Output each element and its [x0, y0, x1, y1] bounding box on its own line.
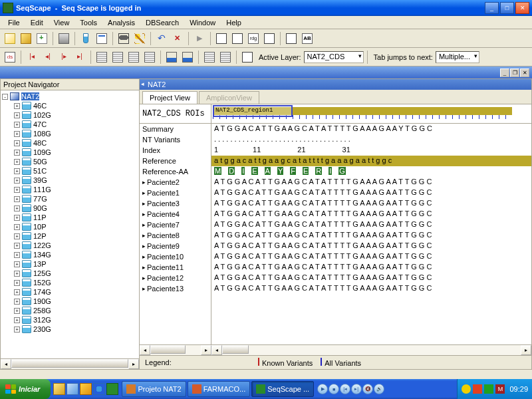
seq-h-scrollbar[interactable]: ◂ ▸ [211, 344, 531, 355]
new-button[interactable] [3, 31, 17, 46]
media-prev-button[interactable]: |◂ [340, 384, 350, 394]
rois-area[interactable]: NAT2_CDS_region1 [211, 104, 531, 123]
expand-icon[interactable]: + [14, 168, 20, 174]
media-play-button[interactable]: ▶ [317, 384, 328, 394]
scroll-left-button[interactable]: ◂ [211, 345, 222, 355]
view2-button[interactable] [230, 31, 245, 46]
ds-button[interactable]: ds [3, 50, 17, 65]
seq-row-content[interactable]: 1 11 21 31 [211, 145, 531, 156]
tray-icon[interactable] [484, 384, 493, 394]
tree-sample[interactable]: +111G [14, 185, 138, 194]
add-button[interactable] [35, 31, 49, 46]
print-button[interactable] [57, 31, 71, 46]
tree-sample[interactable]: +230G [14, 325, 138, 334]
tree-sample[interactable]: +90G [14, 203, 138, 213]
view4-button[interactable] [284, 31, 299, 46]
grid2-button[interactable] [218, 50, 233, 65]
labels-h-scrollbar[interactable]: ◂ ▸ [140, 344, 211, 355]
view3-button[interactable] [262, 31, 277, 46]
tab-ampliconview[interactable]: AmpliconView [199, 91, 259, 104]
seq-row-content-patient[interactable]: A T G G A C A T T G A A G C A T A T T T … [211, 219, 531, 230]
tree-sample[interactable]: +109G [14, 148, 138, 157]
seq-row-label-patient[interactable]: Paciente13 [140, 283, 211, 294]
expand-icon[interactable]: + [14, 243, 20, 249]
nav-next-button[interactable]: |▸ [57, 50, 71, 65]
seq-row-content-patient[interactable]: A T G G A C A T T G A A G C A T A T T T … [211, 262, 531, 273]
grid1-button[interactable] [202, 50, 217, 65]
seq-row-content[interactable]: MDIEAYFERIG [211, 166, 531, 177]
seq-row-content-patient[interactable]: A T G G A C A T T G A A G C A T A T T T … [211, 273, 531, 283]
ql-outlook-icon[interactable] [80, 383, 92, 395]
expand-icon[interactable]: + [14, 103, 20, 109]
tree-sample[interactable]: +125G [14, 269, 138, 278]
menuitem-help[interactable]: Help [221, 17, 247, 28]
tab-jumps-combo[interactable]: Multiple... [436, 51, 479, 63]
expand-icon[interactable]: + [14, 178, 20, 184]
expand-icon[interactable]: + [14, 205, 20, 211]
expand-icon[interactable]: + [14, 299, 20, 305]
menuitem-dbsearch[interactable]: DBSearch [140, 17, 184, 28]
seq-row-content[interactable]: a t g g a c a t t g a a g c a t a t t t … [211, 156, 531, 166]
seq-row-label-patient[interactable]: Paciente3 [140, 198, 211, 209]
tree-sample[interactable]: +11P [14, 213, 138, 222]
rois-bar[interactable]: NAT2_CDS_region1 [213, 107, 512, 115]
seq-row-content[interactable]: . . . . . . . . . . . . . . . . . . . . … [211, 134, 531, 145]
sample-button[interactable] [78, 31, 93, 46]
tree-sample[interactable]: +77G [14, 194, 138, 203]
tree-sample[interactable]: +47C [14, 120, 138, 129]
sequence-content[interactable]: A T G G A C A T T G A A G C A T A T T T … [211, 124, 531, 344]
scroll-left-button[interactable]: ◂ [1, 359, 11, 369]
start-button[interactable]: Iniciar [0, 379, 51, 399]
tree-sample[interactable]: +134G [14, 250, 138, 259]
expand-icon[interactable]: + [14, 187, 20, 193]
media-mute-button[interactable]: 🔇 [362, 384, 373, 394]
seq-row-content-patient[interactable]: A T G G A C A T T G A A G C A T A T T T … [211, 198, 531, 209]
task-button[interactable]: FARMACO... [188, 381, 251, 397]
expand-icon[interactable]: + [14, 317, 20, 323]
scroll-thumb[interactable] [11, 359, 128, 368]
undo-button[interactable] [154, 31, 169, 46]
expand-icon[interactable]: + [14, 233, 20, 239]
maximize-button[interactable]: □ [500, 2, 514, 14]
menuitem-edit[interactable]: Edit [25, 17, 49, 28]
tray-icon[interactable] [473, 384, 482, 394]
seq-row-label-patient[interactable]: Paciente11 [140, 262, 211, 273]
tree-sample[interactable]: +50G [14, 157, 138, 166]
toggle-button[interactable] [240, 50, 255, 65]
expand-icon[interactable]: + [14, 196, 20, 202]
seq-row-label-patient[interactable]: Paciente7 [140, 219, 211, 230]
tree-sample[interactable]: +152G [14, 278, 138, 287]
tray-icon[interactable] [462, 384, 471, 394]
tree-sample[interactable]: +12P [14, 231, 138, 241]
expand-icon[interactable]: + [14, 215, 20, 221]
expand-icon[interactable]: + [14, 289, 20, 295]
seq-row-label-patient[interactable]: Paciente9 [140, 241, 211, 251]
seq-row-label-patient[interactable]: Paciente2 [140, 177, 211, 188]
delete-button[interactable] [170, 31, 185, 46]
expand-icon[interactable]: + [14, 327, 20, 332]
tree-sample[interactable]: +122G [14, 241, 138, 250]
seq-row-content-patient[interactable]: A T G G A C A T T G A A G C A T A T T T … [211, 230, 531, 241]
mdi-close-button[interactable]: ✕ [520, 68, 529, 77]
seq-row-content-patient[interactable]: A T G G A C A T T G A A G C A T A T T T … [211, 188, 531, 198]
project-tree[interactable]: -NAT2+46C+102G+47C+108G+48C+109G+50G+51C… [1, 90, 139, 358]
menuitem-window[interactable]: Window [184, 17, 221, 28]
tree-sample[interactable]: +312G [14, 315, 138, 325]
rois-region-box[interactable]: NAT2_CDS_region1 [213, 105, 293, 117]
expand-icon[interactable]: + [14, 261, 20, 267]
tool-c-button[interactable] [126, 50, 141, 65]
seq-row-content[interactable]: A T G G A C A T T G A A G C A T A T T T … [211, 124, 531, 134]
nav-h-scrollbar[interactable]: ◂ ▸ [1, 358, 139, 369]
tree-sample[interactable]: +174G [14, 287, 138, 297]
tree-sample[interactable]: +10P [14, 222, 138, 231]
tree-sample[interactable]: +39G [14, 176, 138, 185]
ql-desktop-icon[interactable] [66, 383, 78, 395]
close-button[interactable]: ✕ [515, 2, 529, 14]
autofix-button[interactable] [132, 31, 147, 46]
seq-row-label-patient[interactable]: Paciente1 [140, 188, 211, 198]
panel-button[interactable] [94, 31, 109, 46]
seq-row-label-patient[interactable]: Paciente12 [140, 273, 211, 283]
expand-icon[interactable]: + [14, 308, 20, 314]
view1-button[interactable] [214, 31, 229, 46]
active-layer-combo[interactable]: NAT2_CDS [304, 51, 364, 63]
